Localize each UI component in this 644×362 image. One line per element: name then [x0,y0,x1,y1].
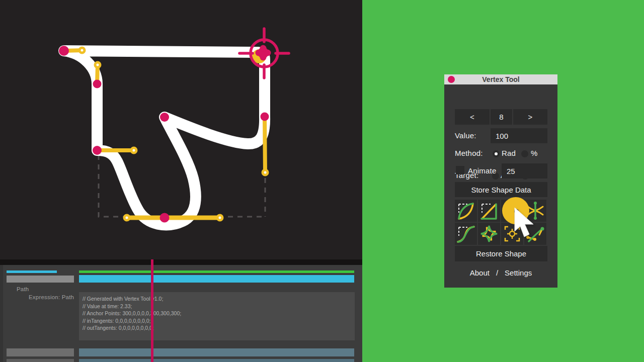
method-percent-label[interactable]: % [531,149,538,157]
value-label: Value: [455,131,476,140]
vertex-next-button[interactable]: > [513,109,547,125]
value-field[interactable]: 100 [491,128,547,143]
property-label-expression[interactable]: Expression: Path [29,294,74,300]
animate-value-field[interactable]: 25 [502,163,547,178]
expression-line: // Generated with Vertex Tool v1.0; [83,295,355,303]
settings-link[interactable]: Settings [505,268,532,277]
about-link[interactable]: About [470,268,490,277]
ease-curve-icon[interactable] [455,200,477,222]
animate-checkbox[interactable] [456,166,464,174]
app-window: Path Expression: Path // Generated with … [0,0,644,362]
property-label-path[interactable]: Path [17,286,29,292]
linear-corner-icon[interactable] [478,200,500,222]
panel-title: Vertex Tool [444,75,557,83]
timeline-column-divider [0,265,3,362]
shape-path-drawing [0,0,362,259]
vertex-tool-panel: Vertex Tool Target: All One < 8 > Value:… [444,74,557,288]
composition-canvas[interactable] [0,0,362,259]
layer-bar-left[interactable] [7,276,74,283]
panel-footer: About / Settings [444,268,557,277]
method-rad-label[interactable]: Rad [502,149,516,157]
work-area-bar[interactable] [79,270,354,273]
store-shape-data-button[interactable]: Store Shape Data [455,182,547,197]
restore-shape-button[interactable]: Restore Shape [455,246,547,261]
layer-duration-bar[interactable] [79,275,354,283]
vertex-prev-button[interactable]: < [455,109,490,125]
vertex-index-field[interactable]: 8 [491,109,512,125]
layer-bar-bottom[interactable] [79,348,354,356]
layer-bar-bottom-left-2[interactable] [7,359,74,362]
expression-line: // Value at time: 2.33; [83,303,355,310]
panel-header[interactable]: Vertex Tool [444,74,557,84]
timeline-panel: Path Expression: Path // Generated with … [0,265,362,362]
mouse-cursor-icon [514,208,538,239]
expression-editor[interactable]: // Generated with Vertex Tool v1.0; // V… [79,292,355,340]
method-rad-radio[interactable] [493,150,500,157]
expression-line: // inTangents: 0,0,0,0,0,0,0,0; [83,317,355,325]
s-curve-icon[interactable] [455,223,477,245]
expression-line: // outTangents: 0,0,0,0,0,0,0,0; [83,324,355,332]
pucker-star-icon[interactable] [478,223,500,245]
animate-label[interactable]: Animate [468,166,496,175]
method-label: Method: [455,149,483,157]
layer-bar-bottom-left[interactable] [7,348,74,356]
method-percent-radio[interactable] [521,150,528,157]
layer-bar-bottom-2[interactable] [79,359,354,362]
playhead[interactable] [151,259,153,362]
layer-duration-bar-small[interactable] [7,270,57,273]
canvas-timeline-divider [0,259,362,265]
expression-line: // Anchor Points: 300,0,0,0,0,300,300,30… [83,310,355,317]
shape-path-stroke[interactable] [64,51,265,225]
footer-separator: / [496,268,498,277]
